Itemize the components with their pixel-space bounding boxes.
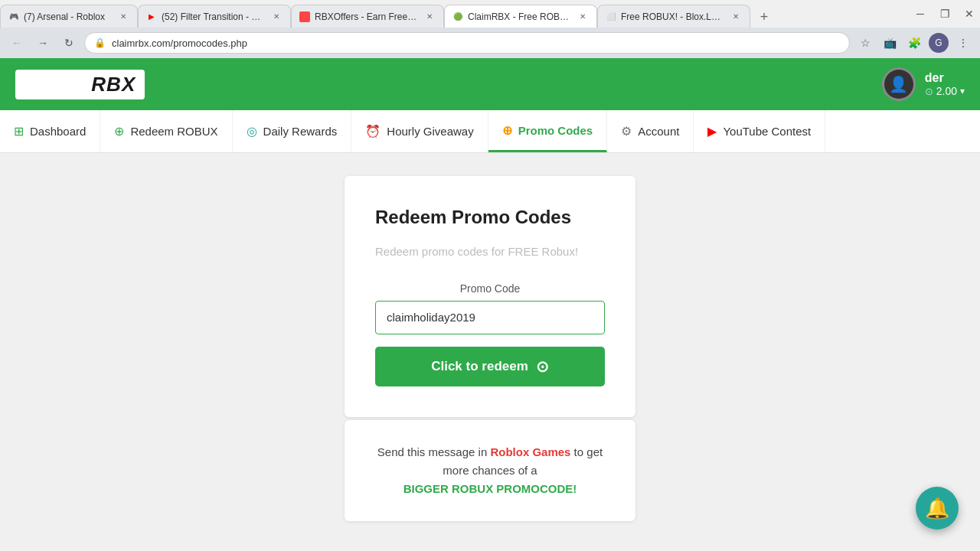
cast-icon[interactable]: 📺	[879, 32, 900, 54]
notification-bell[interactable]: 🔔	[916, 487, 959, 530]
browser-tabs: 🎮 (7) Arsenal - Roblox ✕ ▶ (52) Filter T…	[0, 0, 980, 28]
youtube-icon: ▶	[707, 124, 717, 139]
tab-4-favicon: 🟢	[452, 11, 463, 22]
site-header: CLAIM RBX 👤 der ⊙ 2.00 ▾	[0, 58, 980, 110]
browser-toolbar: ← → ↻ 🔒 claimrbx.com/promocodes.php ☆ 📺 …	[0, 28, 980, 58]
user-area: 👤 der ⊙ 2.00 ▾	[882, 67, 965, 101]
nav-label-daily-rewards: Daily Rewards	[263, 125, 338, 138]
bigger-promo-text: BIGGER ROBUX PROMOCODE!	[403, 482, 577, 495]
tab-2-favicon: ▶	[146, 11, 157, 22]
tab-1-favicon: 🎮	[8, 11, 19, 22]
back-button[interactable]: ←	[6, 32, 28, 54]
new-tab-button[interactable]: +	[753, 6, 775, 28]
nav-label-promo-codes: Promo Codes	[518, 124, 593, 137]
nav-item-dashboard[interactable]: ⊞ Dashboard	[0, 110, 100, 152]
site-wrapper: CLAIM RBX 👤 der ⊙ 2.00 ▾ ⊞ Dashboard	[0, 58, 980, 551]
redeem-button-label: Click to redeem	[431, 359, 528, 374]
tab-3[interactable]: RBXOffers - Earn Free ROBUX ✕	[291, 5, 444, 28]
menu-icon[interactable]: ⋮	[952, 32, 974, 54]
lock-icon: 🔒	[94, 37, 106, 48]
nav-item-redeem[interactable]: ⊕ Redeem ROBUX	[100, 110, 232, 152]
restore-button[interactable]: ❐	[934, 3, 956, 24]
tab-5-favicon: ⬜	[606, 11, 616, 22]
bottom-card-text: Send this message in Roblox Games to get…	[375, 443, 605, 498]
nav-label-hourly-giveaway: Hourly Giveaway	[387, 125, 473, 138]
user-info: der ⊙ 2.00 ▾	[925, 71, 965, 97]
tab-1-label: (7) Arsenal - Roblox	[24, 11, 105, 22]
minimize-button[interactable]: ─	[910, 3, 931, 24]
account-icon[interactable]: G	[928, 32, 949, 54]
tab-2-label: (52) Filter Transition - Tik To...	[162, 11, 266, 22]
promo-card: Redeem Promo Codes Redeem promo codes fo…	[345, 176, 635, 417]
profile-circle[interactable]: G	[929, 33, 949, 53]
user-name: der	[925, 71, 944, 85]
robux-icon: ⊙	[925, 86, 933, 97]
redeem-button[interactable]: Click to redeem ⊙	[375, 347, 605, 386]
close-button[interactable]: ✕	[959, 3, 980, 24]
tab-1-close[interactable]: ✕	[117, 11, 129, 23]
nav-label-dashboard: Dashboard	[30, 125, 86, 138]
dashboard-icon: ⊞	[14, 124, 24, 139]
promo-code-input[interactable]	[375, 301, 605, 334]
avatar-icon: 👤	[889, 75, 908, 93]
tab-4-label: ClaimRBX - Free ROBUX	[468, 11, 572, 22]
nav-item-youtube[interactable]: ▶ YouTube Contest	[694, 110, 825, 152]
site-logo[interactable]: CLAIM RBX	[15, 70, 145, 99]
nav-item-daily-rewards[interactable]: ◎ Daily Rewards	[233, 110, 352, 152]
nav-item-account[interactable]: ⚙ Account	[607, 110, 694, 152]
forward-button[interactable]: →	[32, 32, 54, 54]
hourly-giveaway-icon: ⏰	[365, 124, 381, 139]
user-balance: ⊙ 2.00 ▾	[925, 85, 965, 97]
roblox-games-link[interactable]: Roblox Games	[490, 445, 570, 458]
tab-5[interactable]: ⬜ Free ROBUX! - Blox.Land ✕	[597, 5, 750, 28]
main-content: Redeem Promo Codes Redeem promo codes fo…	[0, 153, 980, 544]
nav-item-hourly-giveaway[interactable]: ⏰ Hourly Giveaway	[351, 110, 488, 152]
tab-5-label: Free ROBUX! - Blox.Land	[621, 11, 725, 22]
bell-icon: 🔔	[925, 497, 949, 520]
tab-3-close[interactable]: ✕	[423, 11, 436, 23]
tab-4[interactable]: 🟢 ClaimRBX - Free ROBUX ✕	[444, 5, 597, 28]
tab-3-label: RBXOffers - Earn Free ROBUX	[315, 11, 419, 22]
tab-3-favicon	[299, 11, 310, 22]
tab-5-close[interactable]: ✕	[730, 11, 742, 23]
bookmarks-icon[interactable]: ☆	[854, 32, 876, 54]
reload-button[interactable]: ↻	[58, 32, 80, 54]
promo-code-label: Promo Code	[375, 282, 605, 295]
redeem-icon: ⊕	[114, 124, 124, 139]
redeem-button-icon: ⊙	[536, 357, 549, 376]
daily-rewards-icon: ◎	[247, 124, 257, 139]
address-text: claimrbx.com/promocodes.php	[112, 37, 840, 49]
promo-card-title: Redeem Promo Codes	[375, 207, 605, 228]
nav-label-account: Account	[638, 125, 679, 138]
nav-item-promo-codes[interactable]: ⊕ Promo Codes	[488, 110, 608, 152]
tab-1[interactable]: 🎮 (7) Arsenal - Roblox ✕	[0, 5, 138, 28]
dropdown-arrow-icon[interactable]: ▾	[960, 86, 965, 96]
tab-2[interactable]: ▶ (52) Filter Transition - Tik To... ✕	[138, 5, 291, 28]
avatar: 👤	[882, 67, 916, 101]
browser-chrome: 🎮 (7) Arsenal - Roblox ✕ ▶ (52) Filter T…	[0, 0, 980, 58]
nav-label-redeem: Redeem ROBUX	[130, 125, 217, 138]
address-bar[interactable]: 🔒 claimrbx.com/promocodes.php	[84, 32, 850, 54]
logo-rbx-text: RBX	[91, 73, 136, 96]
balance-value: 2.00	[936, 85, 957, 97]
tab-2-close[interactable]: ✕	[270, 11, 283, 23]
promo-codes-icon: ⊕	[502, 123, 512, 138]
site-nav: ⊞ Dashboard ⊕ Redeem ROBUX ◎ Daily Rewar…	[0, 110, 980, 153]
tab-4-close[interactable]: ✕	[577, 11, 589, 23]
extensions-icon[interactable]: 🧩	[903, 32, 925, 54]
avatar-inner: 👤	[884, 70, 913, 99]
bottom-text-1: Send this message in	[377, 445, 491, 458]
toolbar-icons: ☆ 📺 🧩 G ⋮	[854, 32, 974, 54]
bottom-card: Send this message in Roblox Games to get…	[345, 420, 635, 521]
promo-card-subtitle: Redeem promo codes for FREE Robux!	[375, 243, 605, 261]
nav-label-youtube: YouTube Contest	[723, 125, 811, 138]
account-gear-icon: ⚙	[621, 124, 632, 139]
logo-claim-text: CLAIM	[24, 73, 91, 96]
